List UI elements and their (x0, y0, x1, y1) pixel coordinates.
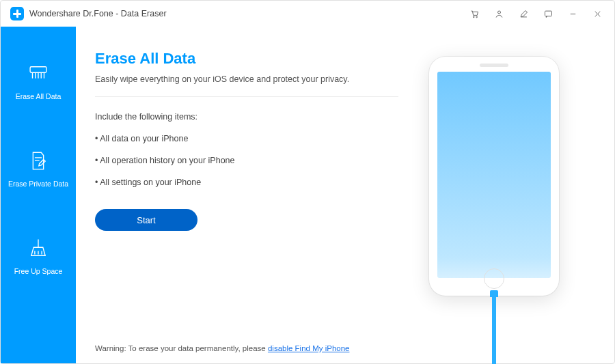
svg-rect-3 (545, 11, 551, 16)
sidebar-item-erase-all-data[interactable]: Erase All Data (16, 62, 62, 100)
page-subtitle: Easily wipe everything on your iOS devic… (95, 74, 398, 84)
list-item: • All operation history on your iPhone (95, 156, 398, 165)
sidebar: Erase All Data Erase Private Data Free U… (1, 27, 76, 363)
sidebar-item-label: Free Up Space (14, 267, 63, 275)
list-item: • All settings on your iPhone (95, 178, 398, 187)
svg-point-1 (476, 16, 477, 18)
sidebar-item-label: Erase Private Data (8, 180, 68, 188)
device-illustration-area (398, 50, 590, 352)
svg-rect-4 (30, 67, 46, 73)
titlebar-right (464, 4, 607, 23)
app-body: Erase All Data Erase Private Data Free U… (1, 27, 614, 363)
content-left-column: Erase All Data Easily wipe everything on… (95, 50, 398, 352)
app-logo-icon (10, 7, 24, 20)
app-window: Wondershare Dr.Fone - Data Eraser (0, 0, 615, 364)
svg-point-2 (497, 11, 500, 14)
sidebar-item-erase-private-data[interactable]: Erase Private Data (8, 150, 68, 188)
include-items-list: • All data on your iPhone • All operatio… (95, 134, 398, 187)
phone-screen (437, 72, 551, 278)
titlebar-left: Wondershare Dr.Fone - Data Eraser (10, 7, 167, 20)
titlebar: Wondershare Dr.Fone - Data Eraser (1, 1, 614, 27)
broom-icon (27, 237, 50, 260)
cable-illustration (492, 296, 496, 364)
cart-icon[interactable] (464, 4, 484, 23)
shredder-icon (27, 62, 50, 85)
page-heading: Erase All Data (95, 50, 398, 68)
start-button[interactable]: Start (95, 209, 197, 231)
edit-icon[interactable] (513, 4, 534, 23)
sidebar-item-free-up-space[interactable]: Free Up Space (14, 237, 63, 275)
warning-prefix: Warning: To erase your data permanently,… (95, 344, 268, 352)
main-content: Erase All Data Easily wipe everything on… (76, 27, 614, 363)
list-item: • All data on your iPhone (95, 134, 398, 143)
divider (95, 96, 398, 97)
svg-point-0 (473, 16, 474, 18)
close-icon[interactable] (587, 4, 607, 23)
include-items-label: Include the following items: (95, 112, 398, 122)
warning-text: Warning: To erase your data permanently,… (95, 344, 349, 352)
phone-illustration (429, 57, 559, 296)
sidebar-item-label: Erase All Data (16, 92, 62, 100)
app-title: Wondershare Dr.Fone - Data Eraser (29, 9, 167, 18)
document-edit-icon (27, 150, 50, 173)
user-icon[interactable] (489, 4, 509, 23)
minimize-icon[interactable] (562, 4, 583, 23)
feedback-icon[interactable] (538, 4, 558, 23)
disable-find-my-iphone-link[interactable]: disable Find My iPhone (268, 344, 350, 352)
